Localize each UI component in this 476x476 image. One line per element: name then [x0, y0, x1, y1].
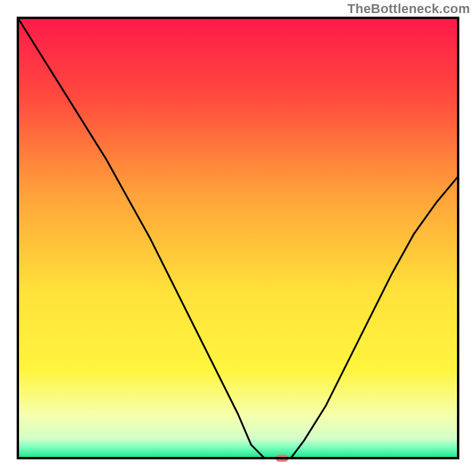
chart-container: TheBottleneck.com [0, 0, 476, 476]
bottleneck-chart [0, 0, 476, 476]
plot-background [18, 18, 458, 458]
watermark-text: TheBottleneck.com [347, 1, 470, 17]
